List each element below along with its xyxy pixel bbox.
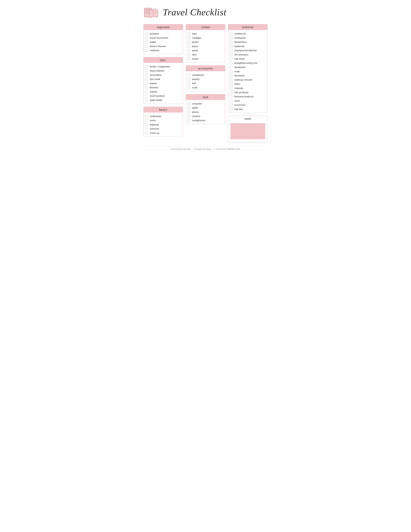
- svg-point-10: [150, 17, 151, 18]
- list-item: computer: [188, 102, 223, 105]
- checkbox[interactable]: [188, 82, 190, 85]
- section-clothes-title: clothes: [201, 25, 210, 29]
- checkbox[interactable]: [188, 49, 190, 52]
- section-basics-title: basics: [159, 108, 167, 111]
- checkbox[interactable]: [145, 69, 148, 72]
- col-1: important passport travel documents wall…: [143, 24, 183, 137]
- list-item: cardigan: [188, 37, 223, 39]
- list-item: aspirin: [145, 82, 180, 85]
- checkbox[interactable]: [230, 91, 233, 94]
- list-item: deodorant: [230, 66, 265, 68]
- checkbox[interactable]: [145, 32, 148, 35]
- checkbox[interactable]: [145, 45, 148, 48]
- checkbox[interactable]: [230, 32, 233, 35]
- list-item: headphones: [188, 119, 223, 122]
- checkbox[interactable]: [145, 90, 148, 93]
- list-item: snacks: [145, 90, 180, 93]
- checkbox[interactable]: [188, 106, 190, 109]
- checkbox[interactable]: [145, 132, 148, 134]
- checkbox[interactable]: [145, 99, 148, 101]
- checkbox[interactable]: [188, 53, 190, 56]
- tech-list: computer tablet phone camera headphones: [186, 102, 225, 122]
- checkbox[interactable]: [230, 104, 233, 106]
- checkbox[interactable]: [188, 32, 190, 35]
- checkbox[interactable]: [145, 86, 148, 89]
- section-toiletries-title: toiletries: [242, 25, 253, 29]
- list-item: hair dryer: [230, 57, 265, 60]
- checkbox[interactable]: [145, 74, 148, 76]
- checkbox[interactable]: [230, 49, 233, 52]
- list-item: phone: [188, 111, 223, 113]
- checkbox[interactable]: [230, 99, 233, 102]
- list-item: soap: [230, 70, 265, 73]
- list-item: hairbrush: [230, 45, 265, 48]
- list-item: makeup remover: [230, 78, 265, 81]
- list-item: neck pillow: [145, 74, 180, 76]
- checkbox[interactable]: [145, 78, 148, 80]
- list-item: medicine: [145, 49, 180, 52]
- checkbox[interactable]: [188, 45, 190, 48]
- list-item: hair ties: [230, 108, 265, 110]
- notes-area[interactable]: [231, 123, 265, 139]
- col-3: toiletries toothbrush toothpaste dental …: [228, 24, 268, 142]
- checkbox[interactable]: [230, 95, 233, 98]
- list-item: driver's license: [145, 45, 180, 48]
- checkbox[interactable]: [145, 41, 148, 43]
- list-item: toothbrush: [230, 32, 265, 35]
- section-basics: basics underwear socks pajamas swimsuit …: [143, 107, 183, 137]
- checkbox[interactable]: [188, 115, 190, 117]
- checkbox[interactable]: [145, 123, 148, 126]
- list-item: cover-up: [145, 132, 180, 134]
- checkbox[interactable]: [230, 70, 233, 73]
- checkbox[interactable]: [188, 37, 190, 39]
- checkbox[interactable]: [230, 74, 233, 77]
- checkbox[interactable]: [230, 53, 233, 56]
- checkbox[interactable]: [230, 41, 233, 43]
- section-misc-title: misc.: [160, 58, 167, 62]
- checkbox[interactable]: [145, 115, 148, 117]
- checkbox[interactable]: [230, 62, 233, 64]
- checkbox[interactable]: [230, 78, 233, 81]
- checkbox[interactable]: [145, 119, 148, 122]
- checkbox[interactable]: [230, 66, 233, 68]
- checkbox[interactable]: [230, 57, 233, 60]
- list-item: books / magazines: [145, 65, 180, 68]
- footer-left: For Personal Use Only: [171, 148, 191, 150]
- checkbox[interactable]: [230, 83, 233, 85]
- checkbox[interactable]: [188, 74, 190, 76]
- list-item: eye mask: [145, 78, 180, 80]
- checkbox[interactable]: [188, 102, 190, 105]
- section-misc: misc. books / magazines travel blanket n…: [143, 57, 183, 104]
- checkbox[interactable]: [230, 87, 233, 89]
- checkbox[interactable]: [188, 78, 190, 80]
- footer: For Personal Use Only © Classy Yet Trend…: [143, 146, 268, 150]
- list-item: sunglasses: [188, 74, 223, 76]
- list-item: sunscreen: [230, 104, 265, 106]
- section-toiletries-header: toiletries: [228, 24, 267, 30]
- page-title: Travel Checklist: [163, 7, 226, 18]
- checkbox[interactable]: [145, 37, 148, 39]
- checkbox[interactable]: [230, 37, 233, 39]
- checkbox[interactable]: [145, 95, 148, 97]
- list-item: pajamas: [145, 123, 180, 126]
- section-accessories-title: accessories: [198, 66, 213, 70]
- list-item: straighten/curling iron: [230, 62, 265, 64]
- footer-right: CLASSYYETTRENDY.COM: [215, 148, 240, 150]
- list-item: hair products: [230, 91, 265, 94]
- section-notes-title: notes: [244, 117, 251, 120]
- checkbox[interactable]: [188, 57, 190, 60]
- checkbox[interactable]: [145, 127, 148, 130]
- section-tech: tech computer tablet phone camera headph…: [186, 94, 225, 124]
- checkbox[interactable]: [230, 108, 233, 110]
- checkbox[interactable]: [145, 49, 148, 52]
- checkbox[interactable]: [145, 82, 148, 85]
- checkbox[interactable]: [188, 111, 190, 113]
- checkbox[interactable]: [145, 65, 148, 68]
- checkbox[interactable]: [188, 86, 190, 89]
- checkbox[interactable]: [188, 119, 190, 122]
- footer-copyright: © Classy Yet Trendy: [194, 148, 211, 150]
- checkbox[interactable]: [230, 45, 233, 48]
- misc-list: books / magazines travel blanket neck pi…: [144, 65, 183, 101]
- checkbox[interactable]: [188, 41, 190, 43]
- list-item: jewelry: [188, 78, 223, 80]
